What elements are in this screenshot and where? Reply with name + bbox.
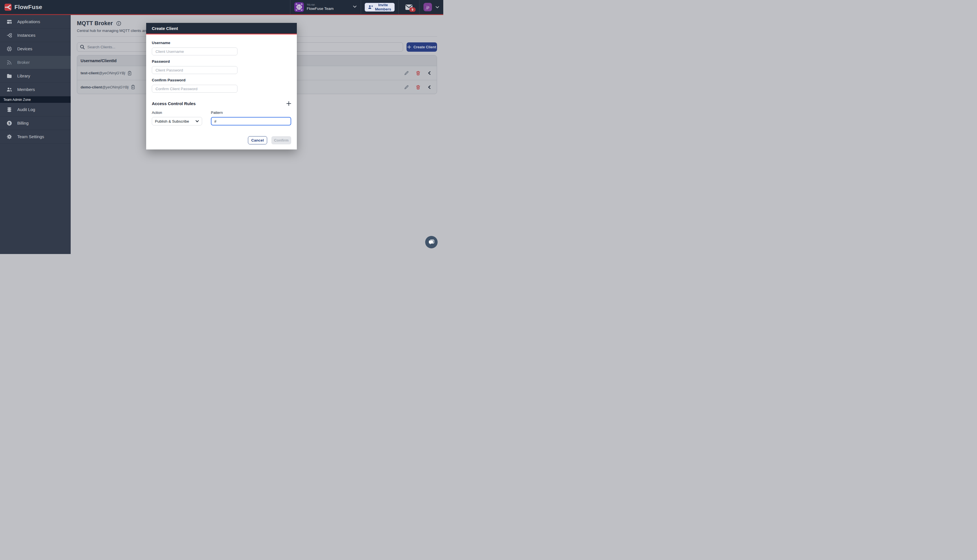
confirm-password-group: Confirm Password (152, 78, 291, 93)
sidebar-item-broker[interactable]: Broker (0, 56, 71, 69)
sidebar-item-applications[interactable]: Applications (0, 15, 71, 28)
pattern-label: Pattern (211, 110, 291, 115)
sidebar: Applications Instances Devices Broker Li… (0, 15, 71, 254)
password-label: Password (152, 59, 291, 63)
chevron-left-icon[interactable] (428, 71, 431, 75)
chevron-left-icon[interactable] (428, 85, 431, 89)
sidebar-item-devices[interactable]: Devices (0, 42, 71, 56)
username-group: Username (152, 41, 291, 55)
sidebar-item-label: Applications (17, 19, 40, 24)
chat-bubbles-icon (428, 239, 435, 245)
username-label: Username (152, 41, 291, 45)
sidebar-item-label: Team Settings (17, 134, 44, 139)
navbar-accent-line (0, 14, 443, 15)
copy-icon[interactable] (131, 85, 135, 89)
sidebar-item-label: Instances (17, 33, 35, 38)
sidebar-item-library[interactable]: Library (0, 69, 71, 83)
action-select-value: Publish & Subscribe (155, 119, 189, 123)
acl-rule-row: Action Publish & Subscribe Pattern (152, 110, 291, 125)
svg-text:jp: jp (426, 5, 429, 9)
username-input[interactable] (152, 47, 237, 55)
team-name: FlowFuse Team (307, 7, 334, 11)
team-label: TEAM: (307, 3, 334, 7)
confirm-password-label: Confirm Password (152, 78, 291, 82)
navbar-right: TEAM: FlowFuse Team Invite Members (290, 0, 443, 14)
user-plus-icon (368, 5, 373, 9)
sidebar-item-label: Members (17, 87, 35, 92)
notifications[interactable]: 9 (398, 0, 419, 14)
team-switcher[interactable]: TEAM: FlowFuse Team (290, 0, 361, 14)
sidebar-item-label: Billing (17, 121, 28, 125)
top-navbar: FlowFuse TEAM: FlowFuse Team (0, 0, 443, 14)
create-client-modal: Create Client Username Password Confirm … (146, 23, 297, 150)
delete-trash-icon[interactable] (416, 71, 420, 75)
password-group: Password (152, 59, 291, 74)
acl-header-row: Access Control Rules (152, 101, 291, 106)
invite-section: Invite Members (361, 0, 398, 14)
client-username: demo-client (80, 85, 102, 89)
chat-widget-button[interactable] (425, 236, 438, 248)
team-avatar (294, 2, 304, 12)
members-icon (7, 87, 12, 92)
copy-icon[interactable] (127, 71, 132, 75)
client-username: test-client (80, 71, 99, 75)
delete-trash-icon[interactable] (416, 85, 420, 90)
select-chevron-down-icon (195, 120, 199, 123)
svg-text:$: $ (8, 122, 10, 125)
sidebar-item-label: Audit Log (17, 107, 35, 112)
devices-icon (7, 46, 12, 52)
sidebar-item-team-settings[interactable]: Team Settings (0, 130, 71, 143)
sidebar-item-billing[interactable]: $ Billing (0, 117, 71, 130)
user-menu[interactable]: jp (419, 0, 443, 14)
acl-heading: Access Control Rules (152, 101, 195, 106)
invite-members-label: Invite Members (375, 3, 391, 11)
action-select[interactable]: Publish & Subscribe (152, 117, 202, 125)
modal-body: Username Password Confirm Password Acces… (146, 35, 297, 150)
add-rule-plus-icon[interactable] (286, 101, 291, 106)
sidebar-item-label: Broker (17, 60, 30, 65)
confirm-password-input[interactable] (152, 85, 237, 93)
invite-members-button[interactable]: Invite Members (365, 3, 394, 12)
pattern-input[interactable] (211, 117, 291, 125)
client-id-suffix: @yeONmjGYBj (99, 71, 125, 75)
plus-icon (408, 45, 411, 49)
sidebar-item-label: Library (17, 73, 30, 78)
notification-badge: 9 (409, 7, 416, 12)
action-column: Action Publish & Subscribe (152, 110, 202, 125)
modal-title: Create Client (152, 26, 178, 31)
app-root: FlowFuse TEAM: FlowFuse Team (0, 0, 443, 254)
search-icon (80, 45, 85, 50)
team-admin-zone-header: Team Admin Zone (0, 97, 71, 103)
team-meta: TEAM: FlowFuse Team (307, 3, 334, 11)
user-avatar: jp (424, 3, 432, 11)
edit-pencil-icon[interactable] (404, 71, 409, 75)
sidebar-item-members[interactable]: Members (0, 83, 71, 97)
row-actions (404, 85, 431, 90)
action-label: Action (152, 110, 202, 115)
brand-name: FlowFuse (14, 4, 42, 10)
sidebar-item-instances[interactable]: Instances (0, 28, 71, 42)
page-title: MQTT Broker (77, 20, 113, 27)
modal-header: Create Client (146, 23, 297, 35)
create-client-button[interactable]: Create Client (406, 42, 437, 52)
pattern-column: Pattern (211, 110, 291, 125)
info-icon[interactable] (116, 21, 121, 26)
password-input[interactable] (152, 66, 237, 74)
instances-icon (7, 32, 12, 38)
team-chevron-down-icon (353, 5, 357, 10)
user-chevron-down-icon (435, 5, 439, 9)
library-icon (7, 73, 12, 79)
row-actions (404, 71, 431, 75)
sidebar-item-audit-log[interactable]: Audit Log (0, 103, 71, 117)
flowfuse-logo-icon (5, 4, 12, 11)
client-id-suffix: @yeONmjGYBj (102, 85, 129, 89)
brand[interactable]: FlowFuse (0, 4, 42, 11)
sidebar-item-label: Devices (17, 46, 32, 51)
applications-icon (7, 19, 12, 25)
cancel-button[interactable]: Cancel (248, 136, 267, 144)
settings-icon (7, 134, 12, 140)
broker-icon (7, 60, 12, 65)
edit-pencil-icon[interactable] (404, 85, 409, 90)
confirm-button[interactable]: Confirm (271, 136, 291, 144)
billing-icon: $ (7, 120, 12, 126)
